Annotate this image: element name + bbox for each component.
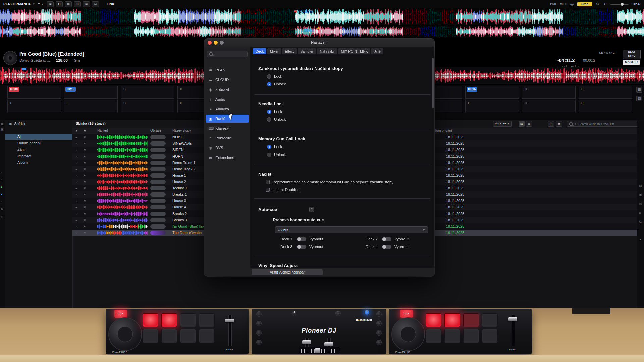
grid-icon[interactable]: ▦ [65,1,72,7]
beat-sync-button[interactable]: BEAT SYNC [623,50,641,59]
sidebar-item-album[interactable]: Album [5,160,72,165]
radio-option-unlock[interactable]: Unlock [267,82,286,86]
track-artwork[interactable] [3,51,17,65]
load-arrow-icon[interactable]: → [74,148,78,152]
plan-badge[interactable]: Free [577,2,592,6]
hotcue-cell-deck1-3[interactable]: C [121,86,174,99]
tab-effect[interactable]: Effect [282,48,297,54]
master-button[interactable]: MASTER [623,60,640,65]
playlist-icon[interactable]: ≡ [1,200,2,204]
hotcue-cell-deck1-7[interactable]: G [121,100,174,112]
settings-nav-anal-za[interactable]: ≈Analýza [206,105,249,113]
settings-nav-zobrazit[interactable]: ◉Zobrazit [206,85,249,94]
rating-star-icon[interactable]: ★ [83,161,86,164]
tab-nahr-vky[interactable]: Nahrávky [317,48,337,54]
pad-mode-button[interactable]: PAD [550,2,556,6]
link-button[interactable]: LINK [107,2,114,6]
search-filter-chevron[interactable]: ∨ [574,123,576,125]
tab-jin-[interactable]: Jiné [371,48,383,54]
load-arrow-icon[interactable]: → [74,161,78,164]
deck1-overview-waveform[interactable] [0,8,644,25]
gear-icon[interactable]: ⚙ [596,2,600,6]
rating-star-icon[interactable]: ★ [83,148,86,152]
load-arrow-icon[interactable]: → [74,224,78,228]
load-arrow-icon[interactable]: → [74,167,78,171]
hotcue-cell-deck2-8[interactable]: H [579,100,632,112]
rating-star-icon[interactable]: ★ [83,173,86,177]
playlist-icon[interactable]: ≡ [1,178,2,182]
display-icon[interactable]: ▣ [47,1,54,7]
settings-nav-cloud[interactable]: ☁CLOUD [206,76,249,84]
tab-deck[interactable]: Deck [253,48,266,54]
load-arrow-icon[interactable]: → [74,231,78,234]
sidebar-item-interpret[interactable]: Interpret [5,153,72,159]
grid-view-icon[interactable]: ▦ [636,87,642,93]
sidebar-item--nr[interactable]: Žánr [5,147,72,153]
rating-star-icon[interactable]: ★ [83,141,86,145]
rating-star-icon[interactable]: ★ [83,199,86,202]
track-search[interactable]: ∨ [567,121,639,127]
deck2-overview-waveform[interactable] [0,26,644,37]
users-icon[interactable]: ◎ [92,1,99,7]
settings-nav-pokro-il-[interactable]: ≡Pokročilé [206,134,249,142]
master-deck-dropdown[interactable]: MASTER ∨ [493,121,512,127]
tab-sampler[interactable]: Sampler [298,48,316,54]
radio-option-unlock[interactable]: Unlock [267,117,286,122]
rating-star-icon[interactable]: ★ [83,218,86,222]
status-icon[interactable]: ◎ [570,2,574,6]
rating-star-icon[interactable]: ★ [83,224,86,228]
volume-slider[interactable] [610,4,629,5]
grid-view-toggle-icon[interactable]: ▦ [526,121,532,127]
load-arrow-icon[interactable]: → [74,186,78,190]
hotcue-cell-deck2-7[interactable]: G [522,100,576,112]
scrollbar[interactable] [432,58,434,108]
grid-icon[interactable]: ▦ [1,122,4,126]
rating-star-icon[interactable]: ★ [83,205,86,209]
load-arrow-icon[interactable]: → [74,192,78,196]
load-arrow-icon[interactable]: → [74,173,78,177]
artwork-icon[interactable]: ▣ [639,193,642,197]
monitor-icon[interactable]: ▣ [1,127,4,131]
midi-button[interactable]: MIDI [560,2,567,6]
mode-selector[interactable]: PERFORMANCE [3,2,31,6]
hotcue-cell-deck1-6[interactable]: F [64,100,118,112]
hotcue-cell-deck2-2[interactable]: 00:15 [465,86,519,99]
toggle-switch[interactable] [382,237,391,241]
tag-green-icon[interactable]: ● [1,185,2,189]
hotcue-cell-deck1-2[interactable]: 00:15 [64,86,118,99]
tag-icon[interactable]: ◫ [639,202,642,206]
toggle-switch[interactable] [297,245,306,249]
info-icon[interactable]: ▤ [639,184,642,188]
checkbox-option[interactable]: Reprodukce začíná v místě Memory/Hot Cue… [266,180,393,184]
disc-icon[interactable]: ◎ [1,215,3,219]
help-icon[interactable]: ? [309,207,314,212]
deck-4-autocue-toggle[interactable]: Deck 4Vypnout [366,244,409,249]
sidebar-item-all[interactable]: All [5,134,72,140]
settings-nav--adi-[interactable]: ▣Řadič [206,115,249,123]
load-arrow-icon[interactable]: → [74,199,78,202]
list-view-toggle-icon[interactable]: ▤ [519,121,525,127]
rating-star-icon[interactable]: ★ [83,154,86,158]
tab-mix-r[interactable]: Mixér [267,48,281,54]
deck-1-autocue-toggle[interactable]: Deck 1Vypnout [280,236,323,242]
search-input[interactable] [578,122,636,126]
hotcue-cell-deck2-6[interactable]: F [465,100,519,112]
radio-option-lock[interactable]: Lock [267,109,286,114]
toggle-switch[interactable] [382,245,391,249]
list-icon[interactable]: ≡ [639,211,641,215]
rating-column-header[interactable]: ★ [83,129,86,132]
link-icon[interactable]: ◎ [639,220,642,224]
columns-icon[interactable]: ◫ [74,1,81,7]
settings-nav-extensions[interactable]: ⊞Extensions [206,154,249,162]
load-arrow-icon[interactable]: → [74,205,78,209]
export-icon[interactable]: ▲ [639,237,642,241]
checkbox-option[interactable]: Instant Doubles [266,187,393,192]
rating-star-icon[interactable]: ★ [83,135,86,139]
headphones-icon[interactable]: ◉ [83,1,90,7]
settings-nav-plan[interactable]: ⊕PLAN [206,66,249,74]
load-arrow-icon[interactable]: → [74,154,78,158]
hotcue-cell-deck2-3[interactable]: C [522,86,576,99]
list-view-icon[interactable]: ▤ [636,96,642,101]
rating-star-icon[interactable]: ★ [83,167,86,171]
hotcue-cell-deck1-1[interactable]: 00:00 [7,86,61,99]
